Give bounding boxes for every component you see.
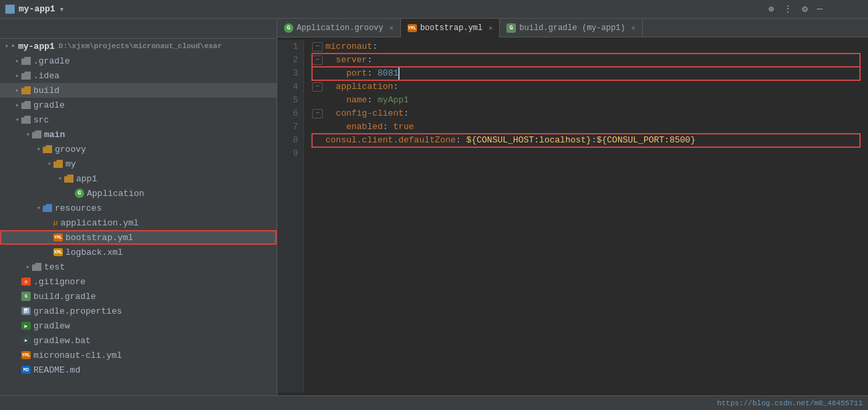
file-tree: ▪ my-app1 D:\xjxm\projects\micronaut_clo… — [0, 19, 277, 395]
gradle-folder-icon — [21, 57, 31, 65]
test-label: test — [44, 262, 65, 272]
root-arrow — [3, 42, 11, 50]
gradle-label: .gradle — [33, 56, 70, 66]
split-icon[interactable]: ⋮ — [783, 3, 792, 15]
tab-application-groovy[interactable]: G Application.groovy ✕ — [277, 19, 401, 37]
colon-8: : — [456, 134, 466, 147]
project-name: my-app1 — [19, 4, 55, 14]
tree-item-my[interactable]: my — [0, 157, 277, 171]
tree-item-application[interactable]: G Application — [0, 186, 277, 201]
tree-item-bootstrap-yml[interactable]: YML bootstrap.yml — [0, 230, 277, 245]
tree-item-build-gradle[interactable]: G build.gradle — [0, 289, 277, 304]
key-config-client: config-client — [336, 107, 404, 120]
tab-bootstrap-yml-label: bootstrap.yml — [420, 23, 483, 33]
project-dropdown-icon[interactable]: ▾ — [59, 4, 65, 15]
line-numbers: 1 2 3 4 5 6 7 8 9 — [277, 40, 304, 393]
tree-item-gitignore[interactable]: ⊘ .gitignore — [0, 274, 277, 289]
tree-item-gradle2[interactable]: gradle — [0, 98, 277, 112]
line-num-2: 2 — [277, 54, 298, 67]
line-num-7: 7 — [277, 120, 298, 134]
groovy-folder-icon — [43, 145, 52, 153]
colon-4: : — [393, 80, 398, 94]
val-enabled: true — [393, 120, 414, 134]
tab-bootstrap-yml[interactable]: YML bootstrap.yml ✕ — [401, 19, 500, 37]
editor-panel: G Application.groovy ✕ YML bootstrap.yml… — [277, 19, 868, 395]
code-line-3: port: 8081 — [312, 67, 860, 80]
tree-item-src[interactable]: src — [0, 112, 277, 127]
indent-4 — [325, 80, 336, 94]
groovy-label: groovy — [55, 144, 86, 155]
minimize-icon[interactable]: — — [817, 3, 823, 15]
val-port: 8081 — [378, 67, 400, 80]
key-port: port — [346, 67, 367, 80]
tree-item-main[interactable]: main — [0, 127, 277, 142]
test-arrow — [24, 263, 32, 271]
code-content[interactable]: − micronaut: − server: port: 8081 — [304, 40, 868, 393]
app1-folder-icon — [64, 175, 74, 183]
editor-tab-bar — [0, 20, 277, 39]
tab-icon-gradle: G — [507, 23, 516, 33]
readme-md-icon: MD — [21, 366, 31, 374]
line-num-9: 9 — [277, 147, 298, 161]
editor-tab-bar: G Application.groovy ✕ YML bootstrap.yml… — [277, 19, 868, 37]
key-enabled: enabled — [346, 120, 383, 134]
key-consul: consul.client.defaultZone — [325, 134, 456, 147]
tree-item-groovy-dir[interactable]: groovy — [0, 142, 277, 157]
src-folder-icon — [21, 116, 31, 124]
colon-1: : — [372, 40, 378, 54]
tab-icon-yml: YML — [408, 24, 417, 32]
title-bar: my-app1 ▾ ⊕ ⋮ ⚙ — — [0, 0, 868, 19]
gradle-properties-label: gradle.properties — [33, 306, 122, 316]
tree-item-logback-xml[interactable]: XML logback.xml — [0, 245, 277, 260]
colon-3: : — [367, 67, 378, 80]
tree-item-gradlew-bat[interactable]: ▶ gradlew.bat — [0, 333, 277, 348]
fold-4[interactable]: − — [312, 82, 323, 92]
resources-arrow — [35, 204, 43, 212]
tree-item-resources[interactable]: resources — [0, 201, 277, 215]
tree-item-idea[interactable]: .idea — [0, 68, 277, 83]
test-folder-icon — [32, 263, 41, 271]
tree-item-micronaut-cli-yml[interactable]: YML micronaut-cli.yml — [0, 348, 277, 363]
fold-2[interactable]: − — [312, 56, 323, 65]
tab-bootstrap-yml-close[interactable]: ✕ — [488, 24, 492, 32]
tree-item-readme-md[interactable]: MD README.md — [0, 363, 277, 377]
consul-sep: : — [591, 134, 597, 147]
tree-root[interactable]: ▪ my-app1 D:\xjxm\projects\micronaut_clo… — [0, 39, 277, 54]
tab-build-gradle[interactable]: G build.gradle (my-app1) ✕ — [500, 19, 642, 37]
indent-7 — [325, 120, 346, 134]
code-line-4: − application: — [312, 80, 860, 94]
resources-label: resources — [55, 203, 102, 213]
colon-2: : — [367, 54, 372, 67]
micronaut-cli-yml-icon: YML — [21, 351, 31, 359]
tree-item-test[interactable]: test — [0, 260, 277, 274]
tree-item-application-yml[interactable]: μ application.yml — [0, 215, 277, 230]
code-line-8: consul.client.defaultZone: ${CONSUL_HOST… — [312, 134, 860, 147]
fold-6[interactable]: − — [312, 109, 323, 118]
add-icon[interactable]: ⊕ — [768, 3, 774, 15]
tree-item-gradle[interactable]: .gradle — [0, 54, 277, 68]
gradlew-bat-label: gradlew.bat — [33, 336, 91, 346]
tab-application-groovy-close[interactable]: ✕ — [390, 24, 394, 32]
tree-item-app1[interactable]: app1 — [0, 171, 277, 186]
val-consul-1: ${CONSUL_HOST:localhost} — [466, 134, 591, 147]
build-folder-icon — [21, 86, 31, 94]
code-line-2: − server: — [312, 54, 860, 67]
root-path: D:\xjxm\projects\micronaut_cloud\exar — [59, 42, 222, 50]
idea-folder-icon — [21, 72, 31, 80]
colon-5: : — [367, 94, 378, 107]
fold-1[interactable]: − — [312, 42, 323, 52]
gradlew-bat-icon: ▶ — [21, 336, 31, 344]
tree-item-gradle-properties[interactable]: 📊 gradle.properties — [0, 304, 277, 318]
settings-icon[interactable]: ⚙ — [802, 3, 807, 15]
my-arrow — [45, 160, 53, 168]
tree-item-gradlew[interactable]: ▶ gradlew — [0, 318, 277, 333]
main-folder-icon — [32, 130, 41, 138]
gradle-arrow — [13, 57, 21, 65]
gradle2-arrow — [13, 101, 21, 109]
tab-build-gradle-close[interactable]: ✕ — [631, 24, 635, 32]
key-name: name — [346, 94, 367, 107]
tree-item-build[interactable]: build — [0, 83, 277, 98]
editor-code-area[interactable]: 1 2 3 4 5 6 7 8 9 − micronaut: − — [277, 37, 868, 395]
tab-icon-groovy: G — [284, 23, 293, 33]
status-bar: https://blog.csdn.net/m0_46455711 — [0, 395, 868, 410]
